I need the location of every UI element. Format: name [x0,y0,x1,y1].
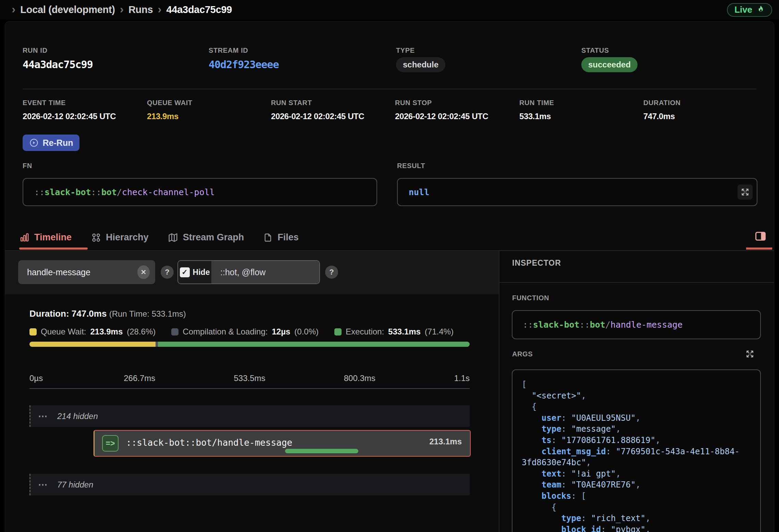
search-help-button[interactable]: ? [161,266,174,279]
axis-tick: 266.7ms [124,373,155,383]
run-detail-card: RUN ID 44a3dac75c99 STREAM ID 40d2f923ee… [5,21,774,532]
file-icon [263,233,273,242]
breadcrumb-run-id: 44a3dac75c99 [166,4,232,15]
queue-wait-swatch [29,328,37,335]
search-box: ✕ [18,260,155,284]
tab-hierarchy[interactable]: Hierarchy [91,232,149,243]
axis-tick: 533.5ms [234,373,265,383]
hierarchy-nodes-icon [91,232,101,243]
phase-legend: Queue Wait: 213.9ms (28.6%) Compilation … [29,327,454,337]
circle-play-icon [29,138,39,148]
run-start-value: 2026-02-12 02:02:45 UTC [271,112,364,121]
legend-compilation: Compilation & Loading: 12µs (0.0%) [171,327,319,337]
bar-chart-icon [19,232,29,243]
rerun-button-label: Re-Run [43,138,73,148]
axis-tick: 1.1s [454,373,470,383]
execution-swatch [334,328,342,335]
breadcrumb-runs[interactable]: Runs [128,4,153,15]
event-time-value: 2026-02-12 02:02:45 UTC [23,112,116,121]
fn-code: ::slack-bot::bot/check-channel-poll [34,187,215,197]
execution-segment [158,342,470,347]
fn-label: FN [23,162,32,170]
panel-toggle-underline [746,248,772,250]
hide-checkbox[interactable]: ✓ [180,267,190,277]
duration-summary-main: Duration: 747.0ms [29,308,107,319]
tab-files-label: Files [277,232,299,243]
hide-label: Hide [193,268,210,277]
chevron-right-icon: › [158,3,161,15]
live-badge-label: Live [734,4,752,15]
run-time-value: 533.1ms [519,112,551,121]
map-icon [168,232,178,243]
span-execution-bar [285,449,358,453]
compilation-segment [156,342,158,347]
live-badge[interactable]: Live [727,3,772,17]
stream-id-link[interactable]: 40d2f923eeee [209,59,279,71]
stream-id-label: STREAM ID [209,47,248,54]
tabs-bar: Timeline Hierarchy Stream Graph [5,225,774,250]
duration-value: 747.0ms [643,112,675,121]
hide-filter-group: ✓ Hide [177,260,320,284]
duration-summary-runtime: (Run Time: 533.1ms) [109,309,186,318]
inspector-panel: INSPECTOR FUNCTION ::slack-bot::bot/hand… [499,251,774,532]
tab-timeline[interactable]: Timeline [19,232,72,243]
type-badge: schedule [396,57,445,72]
chevron-right-icon: › [120,3,124,15]
time-axis: 0µs 266.7ms 533.5ms 800.3ms 1.1s [29,373,470,384]
type-label: TYPE [396,47,415,54]
span-row-handle-message[interactable]: => ::slack-bot::bot/handle-message 213.1… [94,430,471,457]
ellipsis-icon: ⋯ [38,479,48,490]
queue-wait-value: 213.9ms [147,112,178,121]
args-label: ARGS [512,350,533,358]
run-time-label: RUN TIME [519,99,554,107]
span-label: ::slack-bot::bot/handle-message [126,438,292,448]
run-stop-label: RUN STOP [395,99,432,107]
span-duration: 213.1ms [429,437,462,446]
breadcrumb-project[interactable]: Local (development) [20,4,115,15]
hide-help-button[interactable]: ? [325,266,338,279]
result-box: null [397,178,757,206]
args-expand-button[interactable] [745,350,754,358]
legend-queue-wait: Queue Wait: 213.9ms (28.6%) [29,327,156,337]
active-tab-underline [19,248,88,250]
hide-pattern-input[interactable] [220,267,319,277]
event-time-label: EVENT TIME [23,99,66,107]
hidden-spans-row-bottom[interactable]: ⋯ 77 hidden [29,474,470,495]
rerun-button[interactable]: Re-Run [23,135,79,151]
function-label: FUNCTION [512,294,549,302]
tab-stream-graph[interactable]: Stream Graph [168,232,244,243]
result-value: null [409,187,429,197]
duration-label: DURATION [643,99,681,107]
legend-execution: Execution: 533.1ms (71.4%) [334,327,454,337]
result-label: RESULT [397,162,425,170]
hidden-spans-row-top[interactable]: ⋯ 214 hidden [29,405,470,427]
tab-hierarchy-label: Hierarchy [106,232,149,243]
fn-box: ::slack-bot::bot/check-channel-poll [23,178,377,206]
span-arrow-icon: => [102,435,119,452]
run-id-label: RUN ID [23,47,48,54]
hide-pattern-box [211,261,319,283]
queue-wait-segment [29,342,156,347]
tab-timeline-label: Timeline [34,232,72,243]
search-input[interactable] [27,267,137,277]
inspector-divider [499,282,774,283]
function-box: ::slack-bot::bot/handle-message [512,310,761,339]
axis-tick: 0µs [29,373,43,383]
inspector-panel-toggle-button[interactable] [753,228,768,244]
hide-toggle[interactable]: ✓ Hide [178,261,211,283]
clear-search-button[interactable]: ✕ [137,265,150,279]
tab-files[interactable]: Files [263,232,299,243]
tab-stream-graph-label: Stream Graph [183,232,244,243]
result-expand-button[interactable] [738,185,753,200]
run-id-value: 44a3dac75c99 [23,59,93,71]
inspector-title: INSPECTOR [512,258,561,268]
status-badge: succeeded [581,57,638,72]
ellipsis-icon: ⋯ [38,410,48,422]
phase-stacked-bar [29,342,470,347]
chevron-right-icon[interactable]: › [12,3,15,15]
timeline-panel: ✕ ? ✓ Hide ? Duration: 747.0ms (Run Time… [5,251,499,532]
run-start-label: RUN START [271,99,312,107]
args-json-box[interactable]: [ "<secret>", { user: "U0AEUL95NSU", typ… [512,369,761,532]
flame-icon [756,5,766,15]
axis-tick: 800.3ms [344,373,375,383]
